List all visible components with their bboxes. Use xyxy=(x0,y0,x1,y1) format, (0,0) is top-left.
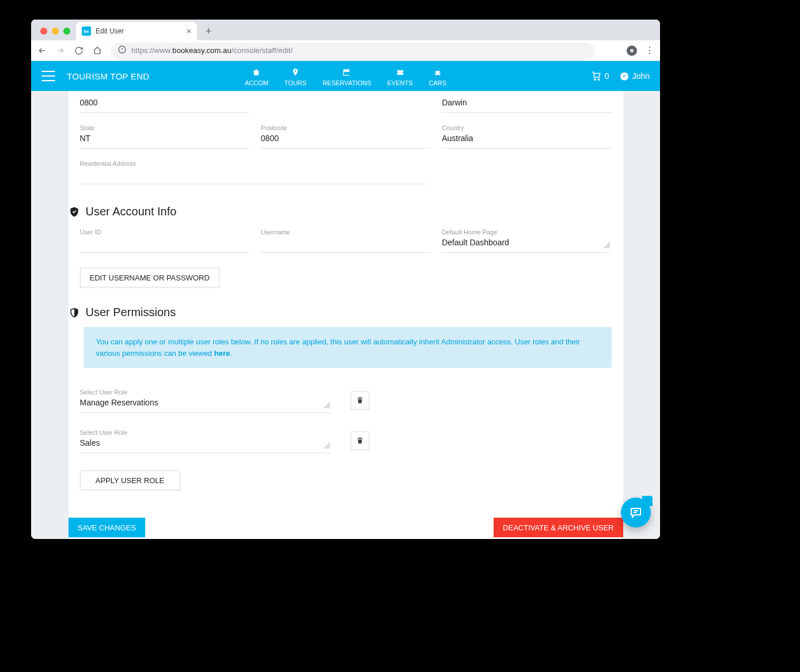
user-menu[interactable]: John xyxy=(620,71,650,81)
minimize-window-icon[interactable] xyxy=(52,28,59,35)
chat-fab[interactable] xyxy=(621,498,651,527)
pin-icon xyxy=(290,68,301,77)
home-button[interactable] xyxy=(92,45,103,56)
shield-icon xyxy=(69,307,80,318)
edit-credentials-button[interactable]: EDIT USERNAME OR PASSWORD xyxy=(80,268,219,287)
content-card: 0800 Darwin State NT Postcode 0800 xyxy=(69,91,623,539)
close-window-icon[interactable] xyxy=(40,28,47,35)
field-city[interactable]: Darwin xyxy=(442,91,611,113)
cart-button[interactable]: 0 xyxy=(591,71,609,81)
field-city-spacer xyxy=(261,91,430,113)
apply-user-role-button[interactable]: APPLY USER ROLE xyxy=(80,470,180,490)
section-title: User Permissions xyxy=(86,306,176,319)
permissions-here-link[interactable]: here xyxy=(214,349,230,358)
calendar-icon xyxy=(342,68,352,77)
window-controls xyxy=(40,28,70,35)
field-suburb[interactable]: 0800 xyxy=(80,91,249,113)
field-country[interactable]: Country Australia xyxy=(442,117,611,149)
section-account-info: User Account Info xyxy=(69,189,623,222)
chat-icon xyxy=(629,506,643,519)
deactivate-archive-button[interactable]: DEACTIVATE & ARCHIVE USER xyxy=(494,518,623,537)
ticket-icon xyxy=(395,68,405,77)
svg-point-1 xyxy=(594,79,595,80)
browser-tab[interactable]: be Edit User × xyxy=(76,22,197,40)
field-username[interactable]: Username xyxy=(261,222,430,253)
verified-user-icon xyxy=(69,206,80,218)
brand-title: TOURISM TOP END xyxy=(67,71,149,81)
section-permissions: User Permissions xyxy=(69,290,623,322)
select-role-1[interactable]: Select User Role Manage Reservations xyxy=(80,382,331,413)
cart-icon xyxy=(591,71,601,81)
favicon-icon: be xyxy=(82,26,91,36)
hamburger-menu-icon[interactable] xyxy=(41,71,55,81)
trash-icon xyxy=(356,436,364,445)
delete-role-1-button[interactable] xyxy=(351,391,369,409)
tab-title: Edit User xyxy=(96,27,124,35)
maximize-window-icon[interactable] xyxy=(63,28,70,35)
field-user-id[interactable]: User ID xyxy=(80,222,249,253)
tab-strip: be Edit User × + xyxy=(31,20,660,40)
nav-accom[interactable]: ACCOM xyxy=(245,68,268,91)
top-nav: ACCOM TOURS RESERVATIONS EVENTS CARS xyxy=(245,61,446,91)
car-icon xyxy=(433,68,443,77)
field-residential-address[interactable]: Residential Address xyxy=(80,153,426,184)
address-bar: https://www.bookeasy.com.au/console/staf… xyxy=(31,40,660,61)
cart-count: 0 xyxy=(605,71,609,81)
home-icon xyxy=(251,68,261,77)
trash-icon xyxy=(356,396,364,404)
field-state[interactable]: State NT xyxy=(80,117,249,149)
user-name: John xyxy=(632,71,650,81)
url-input[interactable]: https://www.bookeasy.com.au/console/staf… xyxy=(111,43,594,59)
save-changes-button[interactable]: SAVE CHANGES xyxy=(69,518,146,537)
back-button[interactable] xyxy=(37,45,47,56)
field-default-homepage[interactable]: Default Home Page Default Dashboard xyxy=(442,222,611,253)
nav-events[interactable]: EVENTS xyxy=(388,68,413,91)
reload-button[interactable] xyxy=(74,45,84,56)
browser-menu-icon[interactable]: ⋮ xyxy=(645,45,654,56)
close-tab-icon[interactable]: × xyxy=(187,26,191,36)
svg-point-2 xyxy=(598,79,599,80)
app-header: TOURISM TOP END ACCOM TOURS RESERVATIONS… xyxy=(31,61,660,91)
verified-icon xyxy=(620,71,629,81)
field-postcode[interactable]: Postcode 0800 xyxy=(261,117,430,149)
section-title: User Account Info xyxy=(86,205,177,218)
forward-button[interactable] xyxy=(55,45,66,56)
nav-tours[interactable]: TOURS xyxy=(285,68,306,91)
permissions-info-banner: You can apply one or multiple user roles… xyxy=(84,327,612,368)
new-tab-button[interactable]: + xyxy=(200,23,217,39)
page-body: 0800 Darwin State NT Postcode 0800 xyxy=(31,91,660,539)
nav-cars[interactable]: CARS xyxy=(429,68,447,91)
nav-reservations[interactable]: RESERVATIONS xyxy=(323,68,371,91)
site-info-icon[interactable] xyxy=(117,45,127,56)
profile-icon[interactable] xyxy=(627,45,637,56)
select-role-2[interactable]: Select User Role Sales xyxy=(80,422,331,453)
delete-role-2-button[interactable] xyxy=(351,431,369,450)
browser-window: be Edit User × + https://www.bookeasy.co… xyxy=(31,20,660,539)
url-text: https://www.bookeasy.com.au/console/staf… xyxy=(131,46,293,55)
